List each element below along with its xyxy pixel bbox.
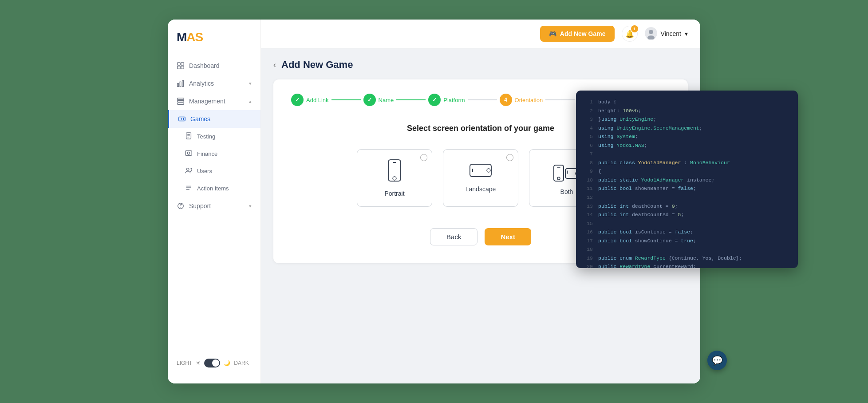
step-circle-add-link: ✓ <box>291 94 304 106</box>
sidebar-nav: Dashboard Analytics ▾ <box>168 53 260 352</box>
orientation-card-portrait[interactable]: Portrait <box>357 149 432 207</box>
step-platform: ✓ Platform <box>428 94 465 106</box>
back-arrow-button[interactable]: ‹ <box>273 60 276 70</box>
chevron-down-icon: ▾ <box>249 81 252 87</box>
finance-icon <box>185 149 193 158</box>
step-label-add-link: Add Link <box>306 97 329 103</box>
next-button[interactable]: Next <box>485 228 531 245</box>
step-circle-name: ✓ <box>363 94 376 106</box>
landscape-label: Landscape <box>466 186 496 193</box>
games-icon <box>178 115 186 123</box>
svg-rect-29 <box>388 160 401 181</box>
sidebar-item-label: Action Items <box>197 185 229 192</box>
testing-icon <box>185 132 193 141</box>
back-button[interactable]: Back <box>430 228 477 245</box>
step-label-platform: Platform <box>443 97 465 103</box>
step-name: ✓ Name <box>363 94 394 106</box>
sidebar-item-label: Dashboard <box>189 62 220 69</box>
sidebar-item-label: Finance <box>197 150 217 157</box>
svg-rect-1 <box>181 63 184 65</box>
page-title: Add New Game <box>281 59 353 71</box>
action-items-icon <box>185 184 193 193</box>
analytics-icon <box>177 79 185 87</box>
landscape-radio[interactable] <box>506 154 513 161</box>
sidebar-item-dashboard[interactable]: Dashboard <box>168 57 260 75</box>
step-circle-platform: ✓ <box>428 94 441 106</box>
sidebar-item-label: Management <box>189 98 225 105</box>
orientation-card-landscape[interactable]: Landscape <box>443 149 518 207</box>
step-circle-orientation: 4 <box>500 94 512 106</box>
sidebar-item-games[interactable]: Games <box>168 110 260 128</box>
svg-rect-2 <box>178 66 180 69</box>
svg-point-37 <box>557 177 560 180</box>
user-menu[interactable]: Vincent ▾ <box>645 27 688 41</box>
svg-point-34 <box>487 169 490 172</box>
add-new-game-button[interactable]: 🎮 Add New Game <box>540 26 615 42</box>
svg-point-20 <box>187 152 189 154</box>
step-label-orientation: Orientation <box>515 97 543 103</box>
both-label: Both <box>560 188 573 195</box>
svg-rect-19 <box>185 151 192 156</box>
step-label-name: Name <box>379 97 394 103</box>
svg-rect-4 <box>178 83 179 87</box>
svg-rect-3 <box>181 66 184 69</box>
sidebar-item-action-items[interactable]: Action Items <box>168 180 260 197</box>
user-name: Vincent <box>661 30 681 37</box>
chat-button[interactable]: 💬 <box>707 351 727 370</box>
code-content: 1body { 2 height: 100vh; 3}using UnityEn… <box>584 98 790 268</box>
svg-point-27 <box>649 30 653 34</box>
landscape-icon <box>469 163 492 179</box>
header: 🎮 Add New Game 🔔 1 Vincent ▾ <box>261 20 700 48</box>
sidebar-item-management[interactable]: Management ▴ <box>168 92 260 110</box>
management-icon <box>177 97 185 105</box>
svg-point-31 <box>393 177 396 180</box>
sidebar: MAS Dashboard <box>168 20 261 383</box>
logo: MAS <box>168 20 260 53</box>
chat-icon: 💬 <box>712 355 723 366</box>
svg-point-21 <box>187 168 189 170</box>
sidebar-item-support[interactable]: Support ▾ <box>168 197 260 215</box>
code-panel: 1body { 2 height: 100vh; 3}using UnityEn… <box>576 91 798 268</box>
step-line-1 <box>331 99 361 100</box>
sidebar-item-label: Games <box>190 115 210 122</box>
svg-rect-6 <box>182 80 184 87</box>
sidebar-item-users[interactable]: Users <box>168 162 260 180</box>
sidebar-item-finance[interactable]: Finance <box>168 145 260 162</box>
sidebar-item-label: Analytics <box>189 80 214 87</box>
sidebar-item-analytics[interactable]: Analytics ▾ <box>168 75 260 92</box>
svg-point-14 <box>183 119 184 120</box>
users-icon <box>185 166 193 176</box>
svg-rect-0 <box>178 63 180 65</box>
step-line-2 <box>396 99 426 100</box>
chevron-down-icon: ▾ <box>249 203 252 209</box>
notification-button[interactable]: 🔔 1 <box>622 26 638 42</box>
light-label: LIGHT <box>177 360 192 366</box>
step-add-link: ✓ Add Link <box>291 94 329 106</box>
dark-label: DARK <box>234 360 249 366</box>
step-orientation: 4 Orientation <box>500 94 543 106</box>
sidebar-item-label: Support <box>189 202 211 209</box>
chevron-up-icon: ▴ <box>249 99 252 104</box>
theme-switcher[interactable]: LIGHT ☀ 🌙 DARK <box>168 352 260 375</box>
portrait-radio[interactable] <box>420 154 427 161</box>
notification-badge: 1 <box>631 25 638 32</box>
logo-text: MAS <box>177 30 203 44</box>
portrait-label: Portrait <box>384 190 404 197</box>
svg-point-25 <box>178 203 184 209</box>
step-line-4 <box>545 99 575 100</box>
svg-rect-7 <box>178 98 184 100</box>
svg-rect-8 <box>178 100 184 102</box>
page-header: ‹ Add New Game <box>273 59 688 71</box>
svg-rect-5 <box>180 82 181 87</box>
main-container: MAS Dashboard <box>168 20 700 383</box>
sidebar-item-label: Users <box>197 168 212 174</box>
portrait-icon <box>387 159 402 184</box>
theme-toggle[interactable] <box>204 359 220 367</box>
sidebar-item-label: Testing <box>197 133 215 140</box>
support-icon <box>177 202 185 210</box>
dashboard-icon <box>177 62 185 70</box>
user-chevron-icon: ▾ <box>685 30 688 37</box>
step-line-3 <box>468 99 497 100</box>
user-avatar-icon <box>645 27 657 41</box>
sidebar-item-testing[interactable]: Testing <box>168 128 260 145</box>
